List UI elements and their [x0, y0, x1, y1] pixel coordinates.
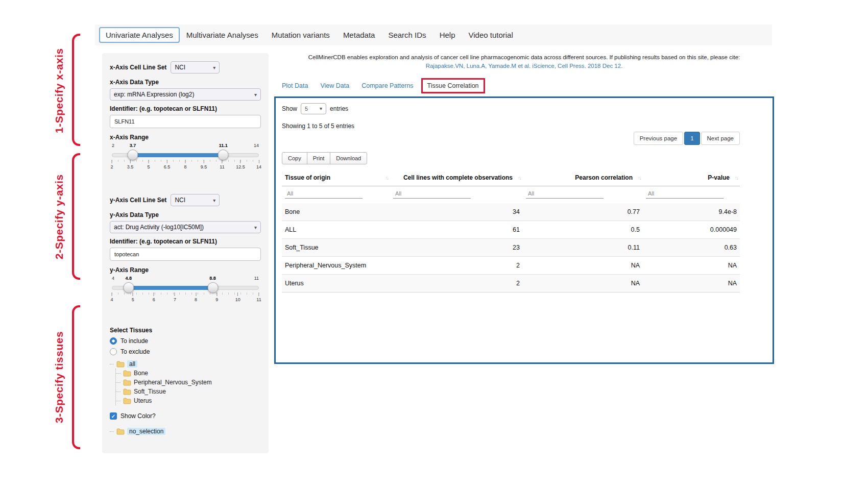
tree-item-soft-tissue[interactable]: Soft_Tissue: [120, 387, 261, 396]
nav-tab-video-tutorial[interactable]: Video tutorial: [462, 28, 519, 42]
x-data-type-select[interactable]: exp: mRNA Expression (log2) ▾: [110, 88, 261, 101]
y-cell-line-set-value: NCI: [175, 197, 185, 204]
nav-tab-search-ids[interactable]: Search IDs: [381, 28, 432, 42]
radio-to-exclude[interactable]: To exclude: [110, 348, 261, 355]
column-header-p-value[interactable]: P-value ↑↓: [643, 170, 740, 186]
filter-input-cell-lines[interactable]: [393, 189, 471, 199]
y-data-type-select[interactable]: act: Drug Activity (-log10[IC50M]) ▾: [110, 221, 261, 233]
tree-item-label: all: [127, 360, 137, 368]
radio-to-include[interactable]: To include: [110, 337, 261, 345]
cell-tissue: Peripheral_Nervous_System: [282, 256, 390, 274]
nav-tab-univariate-analyses[interactable]: Univariate Analyses: [99, 27, 180, 43]
subtab-plot-data[interactable]: Plot Data: [277, 79, 312, 92]
page-1-button[interactable]: 1: [684, 132, 700, 145]
tree-item-no-selection[interactable]: no_selection: [110, 427, 261, 436]
cell-p-value: NA: [643, 274, 740, 292]
slider-max-label: 14: [254, 143, 259, 148]
sidebar: x-Axis Cell Line Set NCI ▾ x-Axis Data T…: [102, 53, 269, 453]
citation-link[interactable]: Rajapakse.VN, Luna.A, Yamade.M et al. iS…: [274, 62, 774, 70]
cell-p-value: NA: [643, 256, 740, 274]
tick-label: 4: [110, 297, 113, 302]
y-identifier-label: Identifier: (e.g. topotecan or SLFN11): [110, 238, 261, 245]
slider-handle-from[interactable]: [127, 150, 138, 160]
x-data-type-value: exp: mRNA Expression (log2): [114, 91, 194, 98]
cell-pearson: NA: [523, 274, 643, 292]
cell-tissue: Bone: [282, 203, 390, 221]
showing-entries-text: Showing 1 to 5 of 5 entries: [282, 123, 766, 130]
tick-label: 2: [110, 164, 113, 169]
x-data-type-label: x-Axis Data Type: [110, 79, 261, 86]
x-identifier-label: Identifier: (e.g. topotecan or SLFN11): [110, 105, 261, 112]
column-header-pearson-correlation[interactable]: Pearson correlation ↑↓: [523, 170, 643, 186]
table-row: ALL 61 0.5 0.000049: [282, 221, 740, 238]
subtab-view-data[interactable]: View Data: [316, 79, 354, 92]
slider-min-label: 4: [112, 276, 114, 281]
sort-icon[interactable]: ↑↓: [385, 175, 388, 181]
y-cell-line-set-select[interactable]: NCI ▾: [171, 194, 220, 206]
download-button[interactable]: Download: [330, 152, 367, 164]
show-label: Show: [282, 105, 297, 112]
tree-item-all[interactable]: all: [110, 359, 261, 369]
slider-fill: [133, 153, 223, 157]
chevron-down-icon: ▾: [254, 92, 257, 97]
pagination: Previous page 1 Next page: [282, 132, 740, 145]
slider-to-label: 11.1: [219, 143, 228, 148]
cell-p-value: 9.4e-8: [643, 203, 740, 221]
slider-grid: 4 5 6 7 8 9 10 11: [112, 292, 259, 304]
x-identifier-input[interactable]: [110, 115, 261, 128]
subtab-bar: Plot Data View Data Compare Patterns Tis…: [277, 78, 774, 93]
annotation-step2: 2-Specify y-axis: [49, 154, 69, 280]
slider-handle-from[interactable]: [123, 282, 134, 293]
sort-icon[interactable]: ↑↓: [518, 175, 521, 181]
slider-handle-to[interactable]: [218, 150, 229, 160]
sort-icon[interactable]: ↑↓: [735, 175, 738, 181]
copy-button[interactable]: Copy: [282, 152, 307, 164]
nav-tab-help[interactable]: Help: [433, 28, 462, 42]
column-label: Tissue of origin: [285, 174, 330, 181]
main-content: CellMinerCDB enables exploration and ana…: [274, 53, 774, 364]
sort-icon[interactable]: ↑↓: [638, 175, 641, 181]
slider-handle-to[interactable]: [207, 282, 218, 293]
nav-tab-multivariate-analyses[interactable]: Multivariate Analyses: [180, 28, 265, 42]
cell-p-value: 0.63: [643, 238, 740, 256]
subtab-tissue-correlation[interactable]: Tissue Correlation: [421, 78, 485, 93]
column-header-tissue-of-origin[interactable]: Tissue of origin ↑↓: [282, 170, 390, 186]
tick-label: 9: [215, 297, 218, 302]
slider-grid: 2 3.5 5 6.5 8 9.5 11 12.5 14: [112, 160, 259, 171]
tree-item-label: Uterus: [134, 397, 152, 404]
y-range-slider[interactable]: 4 11 4.8 8.8 4 5 6 7 8 9 10 11: [112, 276, 259, 307]
nav-tab-metadata[interactable]: Metadata: [336, 28, 382, 42]
x-range-slider[interactable]: 2 14 3.7 11.1 2 3.5 5 6.5 8 9.5 11 12.5 …: [112, 143, 259, 175]
y-cell-line-set-label: y-Axis Cell Line Set: [110, 197, 166, 204]
cell-pearson: NA: [523, 256, 643, 274]
print-button[interactable]: Print: [307, 152, 331, 164]
annotation-step1: 1-Specify x-axis: [49, 37, 69, 145]
filter-input-p-value[interactable]: [646, 189, 724, 199]
annotation-bracket-1: [72, 34, 80, 146]
main-nav: Univariate Analyses Multivariate Analyse…: [95, 25, 772, 45]
folder-icon: [116, 428, 125, 435]
tick-label: 14: [256, 164, 261, 169]
y-identifier-input[interactable]: [110, 248, 261, 261]
nav-tab-mutation-variants[interactable]: Mutation variants: [265, 28, 336, 42]
previous-page-button[interactable]: Previous page: [634, 132, 684, 145]
column-header-cell-lines[interactable]: Cell lines with complete observations ↑↓: [390, 170, 523, 186]
radio-to-exclude-label: To exclude: [120, 348, 150, 355]
page-size-select[interactable]: 5 ▾: [301, 103, 326, 114]
filter-input-tissue[interactable]: [285, 189, 363, 199]
folder-icon: [123, 398, 131, 404]
subtab-compare-patterns[interactable]: Compare Patterns: [357, 79, 418, 92]
filter-input-pearson[interactable]: [526, 189, 604, 199]
tree-item-uterus[interactable]: Uterus: [120, 396, 261, 405]
show-color-checkbox[interactable]: ✓ Show Color?: [110, 412, 261, 420]
tick-label: 12.5: [236, 164, 245, 169]
x-cell-line-set-select[interactable]: NCI ▾: [171, 61, 220, 74]
next-page-button[interactable]: Next page: [701, 132, 740, 145]
table-row: Peripheral_Nervous_System 2 NA NA: [282, 256, 740, 274]
folder-icon: [123, 370, 131, 377]
slider-to-label: 8.8: [209, 276, 216, 281]
tree-item-bone[interactable]: Bone: [120, 369, 261, 378]
tree-item-peripheral-nervous-system[interactable]: Peripheral_Nervous_System: [120, 378, 261, 387]
cell-p-value: 0.000049: [643, 221, 740, 238]
cell-count: 2: [390, 274, 523, 292]
